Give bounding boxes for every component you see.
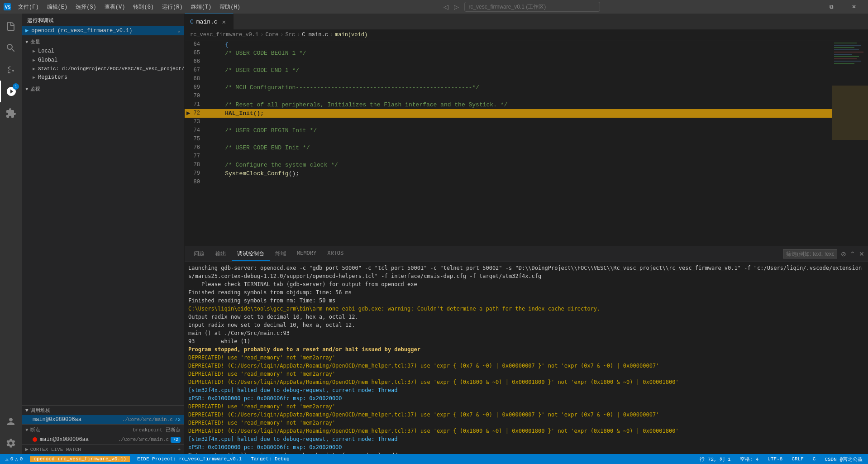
terminal-line-9: 93 while (1)	[188, 337, 864, 345]
status-spaces[interactable]: 空格: 4	[738, 456, 761, 463]
terminal-line-19: DEPRECATED! use 'read_memory' not 'mem2a…	[188, 419, 864, 427]
code-line-78: 78 /* Configure the system clock */	[185, 161, 832, 169]
terminal-line-8: main () at ./Core/Src/main.c:93	[188, 329, 864, 337]
breakpoint-dot	[33, 437, 37, 442]
panel-tab-problems[interactable]: 问题	[188, 247, 210, 261]
cortex-live-watch-header[interactable]: ▶ CORTEX LIVE WATCH +	[22, 445, 184, 454]
panel-filter-input[interactable]	[783, 249, 837, 258]
terminal-line-1: Launching gdb-server: openocd.exe -c "gd…	[188, 264, 864, 280]
titlebar: VS 文件(F) 编辑(E) 选择(S) 查看(V) 转到(G) 运行(R) 终…	[0, 0, 868, 14]
terminal-line-14: DEPRECATED! (C:/Users/liqin/AppData/Roam…	[188, 378, 864, 386]
breadcrumb-function[interactable]: main(void)	[335, 32, 367, 38]
svg-rect-13	[832, 86, 868, 140]
activity-source-control[interactable]	[0, 59, 22, 81]
nav-back[interactable]: ◁	[442, 2, 450, 11]
terminal-line-22: xPSR: 0x01000000 pc: 0x080006fc msp: 0x2…	[188, 443, 864, 451]
breakpoints-header[interactable]: ▼ 断点 breakpoint 已断点	[22, 425, 184, 435]
menu-help[interactable]: 帮助(H)	[216, 2, 244, 12]
activity-explorer[interactable]	[0, 15, 22, 37]
activity-search[interactable]	[0, 37, 22, 59]
activity-bar: 1	[0, 14, 22, 454]
breakpoint-item[interactable]: main@0x080006aa ./Core/Src/main.c 72	[22, 435, 184, 444]
panel-tab-memory[interactable]: MEMORY	[291, 248, 322, 260]
nav-forward[interactable]: ▷	[452, 2, 461, 11]
tab-bar: C main.c ✕	[185, 14, 868, 29]
close-button[interactable]: ✕	[844, 0, 864, 14]
call-stack-section: ▼ 调用堆栈 main@0x080006aa ./Core/Src/main.c…	[22, 405, 184, 424]
debug-config-item[interactable]: ▶ openocd (rc_vesc_firmware_v0.1) ⌄	[22, 26, 184, 35]
breakpoints-section: ▼ 断点 breakpoint 已断点 main@0x080006aa ./Co…	[22, 424, 184, 444]
menu-view[interactable]: 查看(V)	[101, 2, 129, 12]
status-eol[interactable]: CRLF	[790, 456, 805, 462]
panel-clear-button[interactable]: ⊘	[841, 250, 846, 258]
debug-title[interactable]: 运行和调试	[22, 14, 184, 26]
code-line-68: 68	[185, 75, 832, 83]
activity-extensions[interactable]	[0, 102, 22, 124]
titlebar-center: ◁ ▷	[442, 2, 600, 12]
variables-title[interactable]: ▼ 变量	[22, 37, 184, 47]
code-line-74: 74 /* USER CODE BEGIN Init */	[185, 126, 832, 135]
code-editor[interactable]: 64 { 65 /* USER CODE BEGIN 1 */ 66	[185, 40, 832, 246]
panel-content[interactable]: Launching gdb-server: openocd.exe -c "gd…	[185, 262, 868, 454]
panel-tab-debug[interactable]: 调试控制台	[232, 247, 270, 261]
cortex-live-watch-section: ▶ CORTEX LIVE WATCH +	[22, 444, 184, 454]
terminal-line-3: Finished reading symbols from objdump: T…	[188, 288, 864, 297]
breadcrumb-core[interactable]: Core	[265, 32, 278, 38]
svg-rect-3	[834, 43, 857, 43]
breadcrumb-src[interactable]: Src	[285, 32, 295, 38]
svg-rect-10	[834, 58, 857, 59]
watch-title[interactable]: ▼ 监视	[22, 84, 184, 94]
panel-tab-output[interactable]: 输出	[210, 247, 232, 261]
var-local[interactable]: ▶ Local	[22, 47, 184, 56]
code-line-70: 70	[185, 92, 832, 100]
menu-edit[interactable]: 编辑(E)	[43, 2, 72, 12]
minimap-svg	[832, 40, 868, 246]
svg-rect-7	[834, 52, 863, 53]
activity-run-debug[interactable]: 1	[0, 81, 22, 102]
editor-main: 64 { 65 /* USER CODE BEGIN 1 */ 66	[185, 40, 868, 246]
status-errors[interactable]: ⚠ 0 △ 0	[4, 456, 24, 462]
menu-file[interactable]: 文件(F)	[14, 2, 43, 12]
panel-tab-xrtos[interactable]: XRTOS	[322, 248, 349, 260]
status-cursor[interactable]: 行 72, 列 1	[698, 456, 732, 463]
restore-button[interactable]: ⧉	[821, 0, 842, 14]
activity-settings[interactable]	[0, 432, 22, 454]
status-debug-config[interactable]: openocd (rc_vesc_firmware_v0.1)	[30, 456, 130, 462]
menu-terminal[interactable]: 终端(T)	[187, 2, 215, 12]
menu-select[interactable]: 选择(S)	[72, 2, 100, 12]
debug-section: 运行和调试 ▶ openocd (rc_vesc_firmware_v0.1) …	[22, 14, 184, 35]
status-language[interactable]: C	[811, 456, 818, 462]
call-stack-item[interactable]: main@0x080006aa ./Core/Src/main.c 72	[22, 415, 184, 424]
status-target[interactable]: Target: Debug	[249, 456, 291, 462]
var-registers[interactable]: ▶ Registers	[22, 73, 184, 82]
var-static[interactable]: ▶ Static: d:/DoingProject/FOC/VESC/Rc_ve…	[22, 65, 184, 73]
code-line-67: 67 /* USER CODE END 1 */	[185, 66, 832, 75]
menu-run[interactable]: 运行(R)	[158, 2, 186, 12]
tab-main-c[interactable]: C main.c ✕	[185, 14, 234, 29]
svg-rect-4	[834, 45, 861, 46]
var-global[interactable]: ▶ Global	[22, 56, 184, 65]
call-stack-title[interactable]: ▼ 调用堆栈	[22, 406, 184, 415]
main-layout: 1 运行和调试 ▶ openocd (rc_vesc_firm	[0, 14, 868, 454]
titlebar-left: VS 文件(F) 编辑(E) 选择(S) 查看(V) 转到(G) 运行(R) 终…	[4, 2, 244, 12]
status-brand[interactable]: CSDN @言之公益	[823, 456, 864, 463]
svg-rect-2	[832, 40, 868, 246]
status-eide[interactable]: EIDE Project: rc_vesc_firmware_v0.1	[135, 456, 243, 462]
minimize-button[interactable]: ─	[798, 0, 819, 14]
breadcrumb-file[interactable]: C main.c	[302, 32, 328, 38]
activity-account[interactable]	[0, 411, 22, 432]
panel-tab-terminal[interactable]: 终端	[270, 247, 291, 261]
tab-close-main-c[interactable]: ✕	[220, 18, 228, 25]
code-line-66: 66	[185, 57, 832, 66]
status-encoding[interactable]: UTF-8	[766, 456, 784, 462]
code-line-75: 75	[185, 135, 832, 144]
breadcrumb-project[interactable]: rc_vesc_firmware_v0.1	[190, 32, 258, 38]
panel-close-button[interactable]: ✕	[859, 250, 864, 258]
terminal-line-18: DEPRECATED! (C:/Users/liqin/AppData/Roam…	[188, 411, 864, 419]
svg-rect-12	[834, 63, 854, 64]
menu-goto[interactable]: 转到(G)	[129, 2, 157, 12]
terminal-line-11: DEPRECATED! use 'read_memory' not 'mem2a…	[188, 354, 864, 362]
panel-collapse-button[interactable]: ⌃	[850, 250, 855, 258]
search-input[interactable]	[464, 2, 600, 12]
sidebar: 运行和调试 ▶ openocd (rc_vesc_firmware_v0.1) …	[22, 14, 185, 454]
